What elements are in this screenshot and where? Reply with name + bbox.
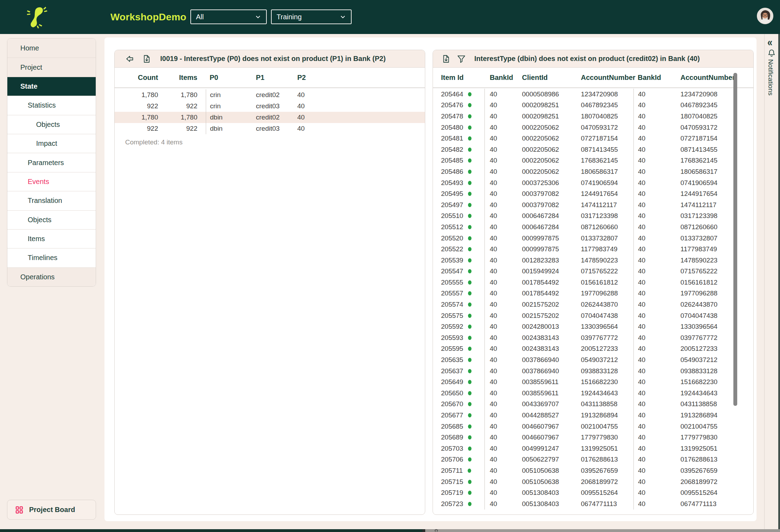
- items-table-row[interactable]: 205520 40 0009997875 0133732807 40 01337…: [433, 233, 753, 244]
- project-board-button[interactable]: Project Board: [7, 500, 96, 520]
- col-p2: P2: [293, 74, 425, 82]
- items-table-row[interactable]: 205478 40 0002098251 1807040825 40 18070…: [433, 111, 753, 122]
- col-p0: P0: [206, 74, 252, 82]
- status-dot-icon: [468, 136, 472, 141]
- cell-item-id: 205637: [433, 366, 485, 377]
- cell-client-id: 0009997875: [522, 245, 579, 253]
- status-dot-icon: [468, 380, 472, 384]
- avatar[interactable]: [757, 8, 773, 24]
- issue-table-row[interactable]: 922 922 dbin credit03 40: [115, 123, 425, 134]
- items-table-row[interactable]: 205510 40 0006467284 0317123398 40 03171…: [433, 211, 753, 222]
- items-table-row[interactable]: 205670 40 0043369707 0431138858 40 04311…: [433, 399, 753, 410]
- items-table-row[interactable]: 205493 40 0003725306 0741906594 40 07419…: [433, 177, 753, 189]
- items-table-row[interactable]: 205539 40 0012823283 1478590223 40 14785…: [433, 255, 753, 266]
- items-table-row[interactable]: 205677 40 0044288527 1913286894 40 19132…: [433, 410, 753, 421]
- items-table-row[interactable]: 205522 40 0009997875 1177983749 40 11779…: [433, 244, 753, 255]
- sidebar-item-objects[interactable]: Objects: [7, 115, 96, 134]
- cell-item-id: 205512: [433, 221, 485, 233]
- sidebar-item-events[interactable]: Events: [7, 172, 96, 191]
- cell-account-number: 1244917654: [579, 190, 633, 198]
- items-table-row[interactable]: 205592 40 0024280013 1330396564 40 13303…: [433, 321, 753, 332]
- cell-item-id: 205711: [433, 465, 485, 476]
- items-table-row[interactable]: 205497 40 0003797082 1474112117 40 14741…: [433, 199, 753, 211]
- items-table-row[interactable]: 205476 40 0002098251 0467892345 40 04678…: [433, 100, 753, 111]
- cell-bank-id: 40: [485, 489, 522, 497]
- sidebar-item-translation[interactable]: Translation: [7, 191, 96, 210]
- sidebar-item-home[interactable]: Home: [7, 39, 96, 57]
- items-table-row[interactable]: 205574 40 0021575202 0262443870 40 02624…: [433, 299, 753, 310]
- items-table-row[interactable]: 205689 40 0046607967 1779779830 40 17797…: [433, 432, 753, 443]
- cell-client-id: 0024383143: [522, 334, 579, 342]
- items-table-row[interactable]: 205481 40 0002205062 0727187154 40 07271…: [433, 133, 753, 144]
- status-dot-icon: [468, 114, 472, 118]
- issue-table-row[interactable]: 922 922 crin credit03 40: [115, 101, 425, 112]
- items-table-row[interactable]: 205486 40 0002205062 1806586317 40 18065…: [433, 166, 753, 177]
- items-table-row[interactable]: 205593 40 0024383143 0397767772 40 03977…: [433, 332, 753, 343]
- cell-item-id: 205557: [433, 288, 485, 299]
- cell-client-id: 0002098251: [522, 101, 579, 109]
- cell-item-id: 205485: [433, 155, 485, 166]
- items-table-row[interactable]: 205575 40 0021575202 0704047438 40 07040…: [433, 310, 753, 321]
- app-title: WorkshopDemo: [110, 0, 186, 34]
- items-table-row[interactable]: 205557 40 0017854492 1977096288 40 19770…: [433, 288, 753, 299]
- cell-client-id: 0024383143: [522, 345, 579, 353]
- items-table-row[interactable]: 205480 40 0002205062 0470593172 40 04705…: [433, 122, 753, 133]
- cell-bank-id-2: 40: [633, 321, 680, 332]
- items-table-row[interactable]: 205464 40 0000508986 1234720908 40 12347…: [433, 89, 753, 100]
- items-table-row[interactable]: 205595 40 0024383143 2005127233 40 20051…: [433, 343, 753, 355]
- issue-table-row[interactable]: 1,780 1,780 crin credit02 40: [115, 89, 425, 101]
- download-file-icon[interactable]: [441, 54, 450, 63]
- items-table-row[interactable]: 205485 40 0002205062 1768362145 40 17683…: [433, 155, 753, 166]
- items-table-row[interactable]: 205723 40 0051308403 0674771113 40 06747…: [433, 498, 753, 510]
- cell-count: 1,780: [115, 114, 160, 121]
- download-file-icon[interactable]: [142, 54, 151, 63]
- table-scrollbar-thumb[interactable]: [733, 73, 737, 406]
- collapse-panel-icon[interactable]: «: [767, 36, 772, 49]
- items-table-row[interactable]: 205685 40 0046607967 0021004755 40 00210…: [433, 421, 753, 432]
- sidebar-item-operations[interactable]: Operations: [7, 267, 96, 286]
- cell-bank-id-2: 40: [633, 211, 680, 222]
- back-arrow-icon[interactable]: [125, 54, 134, 63]
- issue-table-rows: 1,780 1,780 crin credit02 40 922 922 cri…: [115, 88, 425, 134]
- items-table-row[interactable]: 205650 40 0038559611 1924434643 40 19244…: [433, 388, 753, 399]
- items-table-row[interactable]: 205703 40 0049991247 1319925051 40 13199…: [433, 443, 753, 454]
- status-dot-icon: [468, 158, 472, 163]
- mode-select-value: Training: [277, 13, 302, 21]
- sidebar-item-project[interactable]: Project: [7, 57, 96, 76]
- sidebar-item-label: Items: [28, 235, 45, 243]
- items-table-row[interactable]: 205706 40 0050622797 0176288613 40 01762…: [433, 454, 753, 465]
- items-table-row[interactable]: 205715 40 0051050638 2068189972 40 20681…: [433, 476, 753, 487]
- cell-account-number: 0470593172: [579, 124, 633, 131]
- sidebar-item-objects[interactable]: Objects: [7, 210, 96, 229]
- filter-funnel-icon[interactable]: [457, 54, 466, 63]
- cell-account-number-2: 0470593172: [680, 124, 753, 131]
- items-table-row[interactable]: 205512 40 0006467284 0871260660 40 08712…: [433, 221, 753, 233]
- sidebar-item-impact[interactable]: Impact: [7, 134, 96, 153]
- scope-select[interactable]: All: [190, 9, 267, 24]
- grid-board-icon: [15, 506, 23, 514]
- items-table-row[interactable]: 205637 40 0037866940 0938833128 40 09388…: [433, 366, 753, 377]
- items-table-row[interactable]: 205547 40 0015949924 0715765222 40 07157…: [433, 266, 753, 277]
- cell-client-id: 0037866940: [522, 356, 579, 364]
- sidebar-item-state[interactable]: State: [7, 77, 96, 96]
- cell-account-number: 1474112117: [579, 201, 633, 209]
- items-table-row[interactable]: 205711 40 0051050638 0395267659 40 03952…: [433, 465, 753, 476]
- cell-account-number: 1779779830: [579, 434, 633, 441]
- sidebar-item-timelines[interactable]: Timelines: [7, 248, 96, 267]
- cell-bank-id-2: 40: [633, 399, 680, 410]
- items-table-row[interactable]: 205482 40 0002205062 0871413455 40 08714…: [433, 144, 753, 155]
- cell-p2: 40: [293, 91, 425, 99]
- items-table-row[interactable]: 205555 40 0017854492 0156161812 40 01561…: [433, 277, 753, 288]
- sidebar-item-items[interactable]: Items: [7, 229, 96, 248]
- sidebar-item-statistics[interactable]: Statistics: [7, 96, 96, 115]
- issue-table-row[interactable]: 1,780 1,780 dbin credit02 40: [115, 112, 425, 123]
- items-table-row[interactable]: 205649 40 0038559611 1516682230 40 15166…: [433, 376, 753, 388]
- items-table-row[interactable]: 205719 40 0051308403 0095515264 40 00955…: [433, 487, 753, 498]
- cell-item-id: 205677: [433, 410, 485, 421]
- items-table-row[interactable]: 205635 40 0037866940 0549037212 40 05490…: [433, 354, 753, 366]
- bell-icon[interactable]: [767, 48, 776, 58]
- mode-select[interactable]: Training: [271, 9, 352, 24]
- items-table-row[interactable]: 205495 40 0003797082 1244917654 40 12449…: [433, 188, 753, 199]
- sidebar-item-parameters[interactable]: Parameters: [7, 153, 96, 172]
- window-scrollbar[interactable]: [778, 34, 780, 532]
